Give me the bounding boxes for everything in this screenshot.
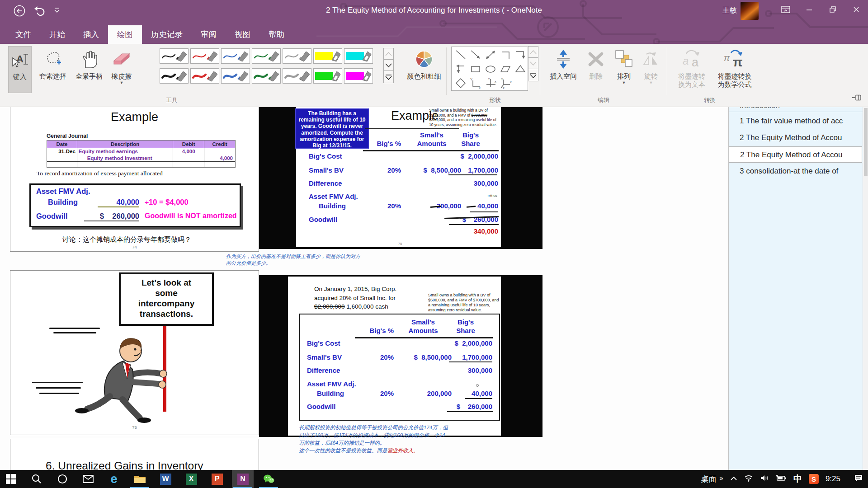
ink-to-text-button[interactable]: a a 将墨迹转 换为文本 — [672, 46, 711, 93]
type-tool-button[interactable]: A 键入 — [8, 46, 32, 93]
pen-swatch-#3d6cc0[interactable] — [221, 48, 250, 64]
sogou-pinyin-icon[interactable]: S — [809, 474, 819, 484]
pen-swatch-#d62b2b[interactable] — [190, 48, 219, 64]
pen-swatch-#1b1b1b[interactable] — [160, 68, 189, 84]
gallery-scroll-down-icon[interactable] — [383, 59, 394, 71]
shape-parallelogram-icon[interactable] — [499, 63, 512, 77]
signed-in-user[interactable]: 王敏 — [722, 6, 737, 15]
insert-space-button[interactable]: 插入空间 — [545, 46, 581, 93]
gallery-scroll-up-icon[interactable] — [383, 48, 394, 60]
shape-axes-xy-icon[interactable]: Yx — [469, 77, 482, 91]
shape-elbow-arrow-left-icon[interactable] — [454, 63, 467, 77]
taskbar-mail-icon[interactable] — [77, 470, 99, 488]
restore-button[interactable] — [821, 0, 844, 19]
highlighter-swatch-#00e5e5[interactable] — [344, 48, 373, 64]
shape-diamond-icon[interactable] — [454, 77, 467, 91]
back-icon[interactable] — [13, 4, 26, 19]
shape-elbow-connector-icon[interactable] — [499, 49, 512, 63]
taskbar-cortana-icon[interactable] — [52, 470, 73, 488]
taskbar-start-icon[interactable] — [0, 470, 22, 488]
taskbar-edge-icon[interactable]: e — [103, 470, 125, 488]
quick-access-dropdown-icon[interactable] — [53, 7, 61, 15]
highlighter-swatch-#14e014[interactable] — [313, 68, 342, 84]
slide-image-intercompany-cartoon[interactable]: Let's look atsome intercompanytransactio… — [10, 270, 259, 435]
lasso-select-button[interactable]: 套索选择 — [35, 46, 71, 93]
gallery-scroll-up-icon[interactable] — [528, 46, 538, 58]
taskbar-wechat-icon[interactable] — [258, 470, 279, 488]
highlighter-swatch-#ffff00[interactable] — [313, 48, 342, 64]
ink-annotation-1[interactable]: 作为买方，出价的基准不是对面账上有多少，而是你认为对方的公允价值是多少。 — [226, 253, 362, 267]
taskbar-file-explorer-icon[interactable] — [129, 470, 151, 488]
action-center-icon[interactable] — [854, 474, 863, 484]
sidebar-page-item-3[interactable]: 2 The Equity Method of Accou — [729, 146, 862, 163]
sidebar-page-item-2[interactable]: 2 The Equity Method of Accou — [729, 130, 862, 146]
slide-image-example-journal[interactable]: Example General Journal Date Description… — [10, 107, 259, 252]
slide-image-example-calc[interactable]: The Building has a remaining useful life… — [259, 107, 542, 249]
sidebar-scrollbar[interactable] — [863, 107, 868, 470]
shape-rectangle-icon[interactable] — [469, 63, 482, 77]
pen-swatch-#1d7a34[interactable] — [252, 48, 281, 64]
eraser-dropdown-icon[interactable]: ▼ — [108, 80, 136, 85]
taskbar-powerpoint-icon[interactable]: P — [206, 470, 228, 488]
sidebar-page-item-4[interactable]: 3 consolidation-at the date of — [729, 163, 862, 179]
rotate-button[interactable]: 旋转 ▼ — [638, 46, 664, 99]
slide-image-unrealized-gains[interactable]: 6. Unrealized Gains in Inventory — [10, 439, 259, 470]
pen-swatch-#3d6cc0[interactable] — [221, 68, 250, 84]
arrange-button[interactable]: 排列 ▼ — [611, 46, 637, 99]
undo-icon[interactable] — [33, 5, 45, 18]
ribbon-tab-绘图[interactable]: 绘图 — [108, 25, 142, 44]
pen-swatch-#9b9b9b[interactable] — [283, 48, 311, 64]
color-thickness-button[interactable]: 颜色和粗细 — [403, 46, 445, 93]
shape-ellipse-icon[interactable] — [484, 63, 497, 77]
shape-axes-xyz-icon[interactable]: Yxz — [499, 77, 512, 91]
shape-diagonal-arrow-icon[interactable] — [469, 49, 482, 63]
ribbon-tab-文件[interactable]: 文件 — [6, 25, 40, 44]
clock[interactable]: 9:25 — [826, 474, 840, 483]
minimize-button[interactable] — [797, 0, 821, 19]
ink-annotation-3[interactable]: 这个一次性的收益不是投资收益。而是营业外收入。 — [299, 447, 419, 454]
shape-diagonal-line-icon[interactable] — [454, 49, 467, 63]
ink-to-math-button[interactable]: π π 将墨迹转换 为数学公式 — [713, 46, 756, 93]
desktop-toolbar-label[interactable]: 桌面 — [701, 474, 717, 484]
sidebar-page-item-1[interactable]: 1 The fair value method of acc — [729, 113, 862, 129]
shape-triangle-icon[interactable] — [514, 63, 527, 77]
slide-image-acquisition-calc[interactable]: On January 1, 2015, Big Corp. acquired 2… — [259, 275, 542, 437]
arrange-dropdown-icon[interactable]: ▼ — [611, 80, 637, 85]
gallery-scroll-more-icon[interactable] — [383, 70, 394, 83]
page-canvas[interactable]: Example General Journal Date Description… — [0, 107, 728, 470]
panning-hand-button[interactable]: 全景手柄 — [71, 46, 107, 93]
eraser-button[interactable]: 橡皮擦 ▼ — [108, 46, 136, 99]
rotate-dropdown-icon[interactable]: ▼ — [638, 80, 664, 85]
battery-icon[interactable] — [776, 474, 787, 483]
ime-indicator[interactable]: 中 — [793, 473, 802, 485]
taskbar-onenote-icon[interactable]: N — [232, 470, 254, 488]
sidebar-page-item-0[interactable]: Introduction — [729, 107, 862, 112]
wifi-icon[interactable] — [744, 474, 753, 483]
toolbar-chevron-icon[interactable]: » — [720, 474, 723, 482]
pen-swatch-#d62b2b[interactable] — [190, 68, 219, 84]
ribbon-tab-审阅[interactable]: 审阅 — [192, 25, 226, 44]
shape-diagonal-double-arrow-icon[interactable] — [484, 49, 497, 63]
taskbar-search-icon[interactable] — [26, 470, 47, 488]
user-avatar[interactable] — [741, 2, 759, 20]
pen-swatch-#1d7a34[interactable] — [252, 68, 281, 84]
taskbar-word-icon[interactable]: W — [155, 470, 176, 488]
close-button[interactable] — [844, 0, 868, 19]
tray-expand-icon[interactable] — [730, 475, 737, 483]
gallery-scroll-more-icon[interactable] — [528, 69, 538, 81]
ribbon-tab-帮助[interactable]: 帮助 — [259, 25, 293, 44]
pen-swatch-#9b9b9b[interactable] — [283, 68, 311, 84]
ribbon-tab-开始[interactable]: 开始 — [40, 25, 74, 44]
pen-swatch-#1b1b1b[interactable] — [160, 48, 189, 64]
pin-ribbon-icon[interactable] — [852, 94, 863, 103]
shape-elbow-arrow-icon[interactable] — [514, 49, 527, 63]
ribbon-tab-插入[interactable]: 插入 — [74, 25, 108, 44]
ribbon-display-options-icon[interactable] — [774, 0, 797, 19]
ribbon-tab-视图[interactable]: 视图 — [226, 25, 259, 44]
gallery-scroll-down-icon[interactable] — [528, 57, 538, 69]
delete-button[interactable]: 删除 — [584, 46, 608, 93]
shape-axes-cross-icon[interactable]: Yx — [484, 77, 497, 91]
sidebar-scrollbar-thumb[interactable] — [864, 108, 868, 176]
ink-annotation-2[interactable]: 长期股权投资的初始值总得等于被投资公司的公允价值174万，但只出了160万。借1… — [299, 424, 448, 447]
taskbar-excel-icon[interactable]: X — [180, 470, 202, 488]
